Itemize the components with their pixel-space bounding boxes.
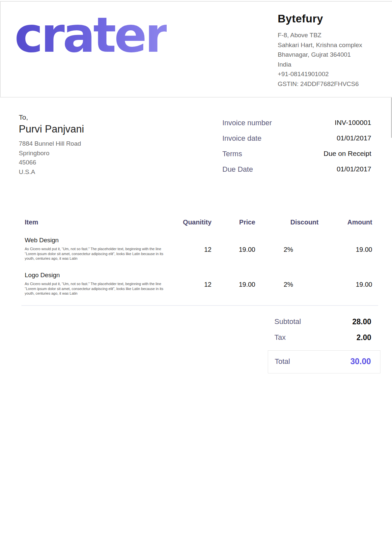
invoice-number-row: Invoice number INV-100001: [222, 119, 371, 129]
column-header-amount: Amount: [306, 219, 372, 226]
total-box: Total 30.00: [268, 350, 380, 373]
invoice-number-label: Invoice number: [222, 119, 272, 127]
crater-logo: crater: [14, 9, 167, 62]
total-value: 30.00: [350, 357, 371, 366]
invoice-document: crater Bytefury F-8, Above TBZ Sahkari H…: [0, 0, 392, 555]
window-left-border: [0, 1, 1, 97]
company-gstin: GSTIN: 24DDF7682FHVCS6: [278, 79, 362, 89]
total-label: Total: [275, 357, 290, 366]
company-address-line: Bhavnagar, Gujrat 364001: [278, 50, 362, 60]
invoice-number-value: INV-100001: [335, 119, 371, 127]
item-amount: 19.00: [306, 281, 372, 288]
item-price: 19.00: [189, 246, 255, 253]
invoice-date-label: Invoice date: [222, 134, 262, 143]
company-address-line: India: [278, 60, 362, 70]
bill-to-block: To, Purvi Panjvani 7884 Bunnel Hill Road…: [19, 113, 84, 177]
due-date-value: 01/01/2017: [337, 165, 371, 173]
subtotal-label: Subtotal: [274, 317, 301, 326]
subtotal-row: Subtotal 28.00: [268, 317, 380, 328]
customer-address-line: Springboro: [19, 149, 84, 158]
terms-value: Due on Receipt: [323, 150, 371, 158]
company-name: Bytefury: [278, 13, 362, 25]
company-address-line: F-8, Above TBZ: [278, 30, 362, 40]
subtotal-value: 28.00: [352, 317, 371, 326]
customer-address-line: 7884 Bunnel Hill Road: [19, 139, 84, 149]
bill-to-label: To,: [19, 113, 84, 121]
terms-label: Terms: [222, 150, 242, 158]
table-bottom-divider: [21, 305, 378, 306]
tax-label: Tax: [274, 333, 286, 342]
company-address-line: Sahkari Hart, Krishna complex: [278, 40, 362, 50]
window-top-border: [0, 1, 392, 2]
tax-row: Tax 2.00: [268, 333, 380, 344]
item-amount: 19.00: [306, 246, 372, 253]
item-discount: 2%: [284, 281, 293, 288]
company-phone: +91-08141901002: [278, 69, 362, 79]
due-date-row: Due Date 01/01/2017: [222, 165, 371, 176]
invoice-date-row: Invoice date 01/01/2017: [222, 134, 371, 145]
item-name: Web Design: [25, 237, 59, 244]
company-block: Bytefury F-8, Above TBZ Sahkari Hart, Kr…: [278, 13, 362, 89]
terms-row: Terms Due on Receipt: [222, 150, 371, 160]
column-header-price: Price: [189, 219, 255, 226]
item-name: Logo Design: [25, 272, 60, 279]
customer-address-line: U.S.A: [19, 167, 84, 177]
item-discount: 2%: [284, 246, 293, 253]
tax-value: 2.00: [356, 333, 371, 342]
customer-address-line: 45066: [19, 158, 84, 167]
column-header-item: Item: [25, 219, 38, 226]
invoice-date-value: 01/01/2017: [337, 134, 371, 142]
customer-address: 7884 Bunnel Hill Road Springboro 45066 U…: [19, 139, 84, 177]
item-price: 19.00: [189, 281, 255, 288]
due-date-label: Due Date: [222, 165, 253, 174]
customer-name: Purvi Panjvani: [19, 123, 84, 135]
header-divider: [0, 97, 392, 98]
company-address: F-8, Above TBZ Sahkari Hart, Krishna com…: [278, 30, 362, 89]
